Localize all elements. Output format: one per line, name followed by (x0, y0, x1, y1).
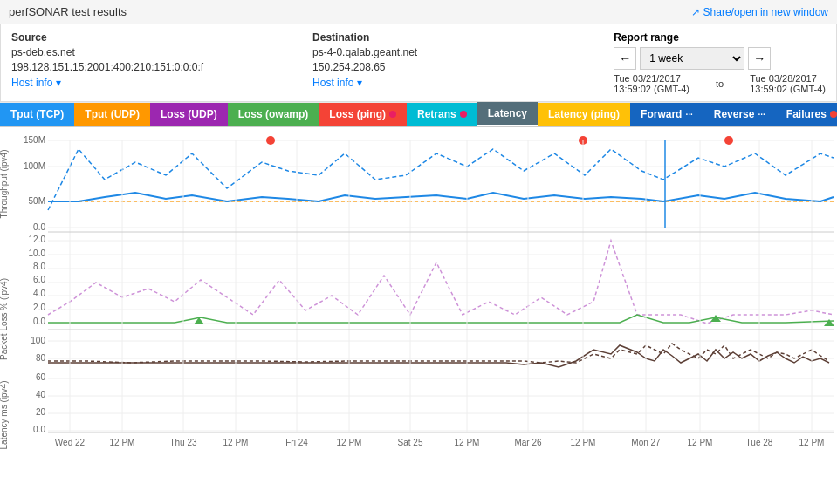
tab-forward[interactable]: Forward ··· (630, 103, 703, 126)
svg-text:12 PM: 12 PM (571, 438, 596, 447)
svg-point-11 (266, 136, 275, 145)
svg-text:Mar 26: Mar 26 (514, 438, 542, 447)
svg-text:12.0: 12.0 (29, 235, 46, 244)
to-date: Tue 03/28/2017 13:59:02 (GMT-4) (750, 73, 826, 94)
svg-text:150M: 150M (24, 135, 45, 145)
svg-text:12 PM: 12 PM (455, 438, 480, 447)
next-range-button[interactable]: → (748, 47, 771, 70)
svg-text:8.0: 8.0 (33, 262, 45, 271)
svg-text:12 PM: 12 PM (223, 438, 249, 447)
svg-text:12 PM: 12 PM (688, 438, 713, 447)
report-range-label: Report range (614, 31, 679, 44)
title-bar: perfSONAR test results ↗ Share/open in n… (0, 0, 837, 24)
svg-text:4.0: 4.0 (33, 289, 45, 298)
svg-text:12 PM: 12 PM (337, 438, 362, 447)
tab-reverse[interactable]: Reverse ··· (703, 103, 776, 126)
page-title: perfSONAR test results (9, 5, 127, 18)
svg-text:Packet Loss % (ipv4): Packet Loss % (ipv4) (0, 278, 9, 360)
to-label: to (716, 78, 724, 89)
svg-text:0.0: 0.0 (33, 222, 45, 232)
main-chart: 150M 100M 50M 0.0 Throughput (ipv4) Pack… (0, 127, 837, 476)
share-icon: ↗ (691, 6, 700, 18)
svg-text:Wed 22: Wed 22 (55, 438, 86, 447)
tab-latency[interactable]: Latency (477, 102, 538, 126)
svg-text:12 PM: 12 PM (110, 438, 135, 447)
share-link[interactable]: ↗ Share/open in new window (691, 6, 828, 18)
svg-text:Throughput (ipv4): Throughput (ipv4) (0, 150, 9, 219)
chart-area: 150M 100M 50M 0.0 Throughput (ipv4) Pack… (0, 127, 837, 476)
source-section: Source ps-deb.es.net 198.128.151.15;2001… (11, 31, 278, 89)
report-range: Report range ← 1 week 1 day 1 month 1 ye… (614, 31, 826, 94)
svg-text:40: 40 (36, 390, 46, 399)
svg-text:12 PM: 12 PM (799, 438, 825, 447)
info-bar: Source ps-deb.es.net 198.128.151.15;2001… (0, 24, 837, 102)
svg-text:10.0: 10.0 (29, 249, 46, 258)
tab-tput-udp[interactable]: Tput (UDP) (74, 103, 150, 126)
source-label: Source (11, 31, 278, 44)
svg-text:Fri 24: Fri 24 (285, 438, 308, 447)
destination-section: Destination ps-4-0.qalab.geant.net 150.2… (312, 31, 579, 89)
loss-ping-dot (389, 111, 396, 118)
range-controls: ← 1 week 1 day 1 month 1 year → (614, 47, 771, 70)
svg-text:0.0: 0.0 (33, 425, 45, 434)
svg-text:0.0: 0.0 (33, 317, 45, 326)
source-host-info-link[interactable]: Host info ▾ (11, 77, 61, 89)
tab-tput-tcp[interactable]: Tput (TCP) (0, 103, 74, 126)
tabs-bar: Tput (TCP) Tput (UDP) Loss (UDP) Loss (o… (0, 102, 837, 127)
svg-text:Sat 25: Sat 25 (398, 438, 423, 447)
source-host: ps-deb.es.net (11, 45, 278, 60)
svg-text:100: 100 (31, 336, 45, 345)
range-select[interactable]: 1 week 1 day 1 month 1 year (640, 47, 744, 70)
destination-host: ps-4-0.qalab.geant.net (312, 45, 579, 60)
svg-text:100M: 100M (24, 161, 45, 171)
from-date: Tue 03/21/2017 13:59:02 (GMT-4) (614, 73, 689, 94)
svg-text:50M: 50M (29, 196, 45, 206)
svg-text:80: 80 (36, 353, 46, 363)
svg-text:60: 60 (36, 372, 46, 382)
tab-latency-ping[interactable]: Latency (ping) (538, 103, 630, 126)
destination-host-info-link[interactable]: Host info ▾ (312, 77, 362, 89)
tab-loss-udp[interactable]: Loss (UDP) (150, 103, 228, 126)
svg-text:Latency ms (ipv4): Latency ms (ipv4) (0, 381, 9, 450)
range-dates: Tue 03/21/2017 13:59:02 (GMT-4) to Tue 0… (614, 73, 826, 94)
svg-text:20: 20 (36, 407, 46, 417)
source-ip: 198.128.151.15;2001:400:210:151:0:0:0:f (11, 60, 278, 75)
tab-loss-owamp[interactable]: Loss (owamp) (228, 103, 319, 126)
svg-text:6.0: 6.0 (33, 275, 45, 284)
prev-range-button[interactable]: ← (614, 47, 636, 70)
svg-rect-0 (0, 127, 837, 476)
tab-loss-ping[interactable]: Loss (ping) (319, 103, 407, 126)
svg-text:Thu 23: Thu 23 (169, 438, 197, 447)
svg-text:2.0: 2.0 (33, 303, 45, 312)
failures-dot (830, 111, 837, 118)
tab-failures[interactable]: Failures (776, 103, 837, 126)
destination-ip: 150.254.208.65 (312, 60, 579, 75)
svg-text:Mon 27: Mon 27 (631, 438, 661, 447)
tab-retrans[interactable]: Retrans (407, 103, 477, 126)
svg-text:Tue 28: Tue 28 (746, 438, 773, 447)
svg-point-13 (724, 136, 733, 145)
destination-label: Destination (312, 31, 579, 44)
retrans-dot (460, 111, 467, 118)
